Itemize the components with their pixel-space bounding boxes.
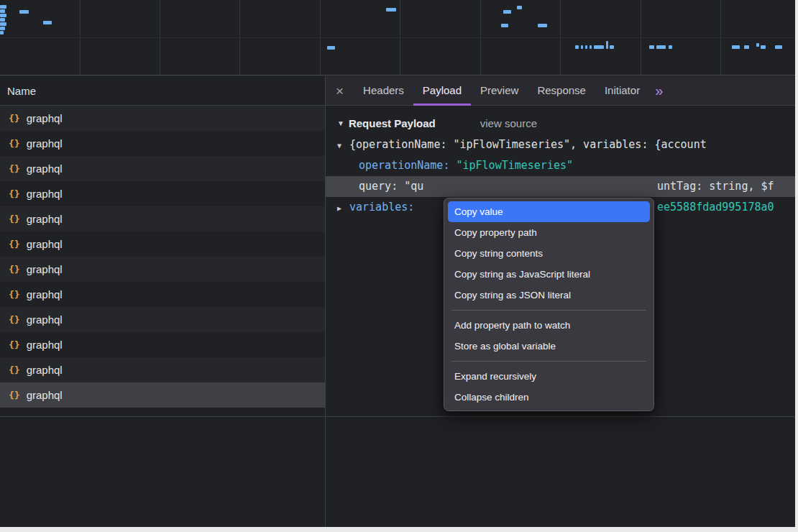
payload-tree-row[interactable]: operationName: "ipFlowTimeseries" bbox=[326, 155, 795, 176]
request-name-label: graphql bbox=[27, 162, 63, 175]
overview-request-bar bbox=[649, 45, 654, 49]
request-row[interactable]: {}graphql bbox=[0, 131, 325, 156]
request-name-label: graphql bbox=[27, 389, 63, 401]
menu-item-collapse-children[interactable]: Collapse children bbox=[448, 387, 650, 408]
tree-text-fragment: untTag: string, $f bbox=[657, 176, 774, 197]
tab-headers[interactable]: Headers bbox=[354, 76, 413, 106]
overview-request-bar bbox=[0, 14, 6, 17]
request-name-label: graphql bbox=[27, 364, 63, 376]
overview-gridline bbox=[400, 0, 400, 75]
overview-request-bar bbox=[19, 10, 29, 14]
tab-preview[interactable]: Preview bbox=[471, 76, 528, 106]
request-row[interactable]: {}graphql bbox=[0, 206, 325, 231]
tab-payload[interactable]: Payload bbox=[413, 76, 471, 106]
request-row[interactable]: {}graphql bbox=[0, 231, 325, 257]
menu-item-copy-string-as-json-literal[interactable]: Copy string as JSON literal bbox=[448, 285, 650, 306]
overview-request-bar bbox=[386, 8, 396, 12]
devtools-window: Name {}graphql{}graphql{}graphql{}graphq… bbox=[0, 0, 795, 527]
request-row[interactable]: {}graphql bbox=[0, 382, 325, 408]
request-payload-header: ▼ Request Payload view source bbox=[337, 117, 795, 129]
overview-request-bar bbox=[575, 45, 579, 49]
json-braces-icon: {} bbox=[9, 163, 20, 174]
view-source-link[interactable]: view source bbox=[480, 117, 537, 129]
tab-initiator[interactable]: Initiator bbox=[595, 76, 649, 106]
triangle-right-icon[interactable]: ▶ bbox=[337, 198, 349, 219]
json-braces-icon: {} bbox=[9, 264, 20, 275]
context-menu: Copy valueCopy property pathCopy string … bbox=[444, 198, 654, 411]
request-row[interactable]: {}graphql bbox=[0, 332, 325, 357]
menu-separator bbox=[451, 361, 646, 362]
menu-item-expand-recursively[interactable]: Expand recursively bbox=[448, 366, 650, 387]
name-column-header[interactable]: Name bbox=[0, 76, 325, 106]
overview-request-bar bbox=[610, 45, 614, 49]
request-name-label: graphql bbox=[27, 213, 63, 225]
tab-response[interactable]: Response bbox=[528, 76, 595, 106]
overview-gridline bbox=[480, 0, 481, 75]
request-name-label: graphql bbox=[27, 263, 63, 275]
tree-text-fragment: ee5588fdad995178a0 bbox=[657, 197, 774, 218]
json-braces-icon: {} bbox=[9, 339, 20, 350]
overview-request-bar bbox=[501, 24, 508, 27]
menu-item-store-as-global-variable[interactable]: Store as global variable bbox=[448, 336, 650, 357]
json-braces-icon: {} bbox=[9, 289, 20, 300]
overview-request-bar bbox=[656, 45, 666, 49]
menu-item-copy-property-path[interactable]: Copy property path bbox=[448, 222, 650, 243]
menu-separator bbox=[451, 310, 646, 311]
overview-request-bar bbox=[0, 31, 4, 35]
overview-request-bar bbox=[0, 5, 6, 9]
request-row[interactable]: {}graphql bbox=[0, 106, 325, 131]
json-braces-icon: {} bbox=[9, 390, 20, 400]
detail-tabs-bar: × HeadersPayloadPreviewResponseInitiator… bbox=[326, 76, 795, 106]
overview-request-bar bbox=[669, 45, 672, 49]
overview-request-bar bbox=[43, 21, 52, 24]
overview-request-bar bbox=[756, 43, 759, 47]
more-tabs-icon[interactable]: » bbox=[655, 83, 663, 98]
menu-item-copy-string-contents[interactable]: Copy string contents bbox=[448, 243, 650, 264]
overview-request-bar bbox=[0, 18, 5, 22]
request-row[interactable]: {}graphql bbox=[0, 181, 325, 206]
tree-text-default: {operationName: "ipFlowTimeseries", vari… bbox=[349, 138, 707, 151]
overview-request-bar bbox=[538, 24, 547, 27]
tree-text-key: variables: bbox=[349, 201, 414, 214]
request-row[interactable]: {}graphql bbox=[0, 282, 325, 307]
overview-request-bar bbox=[594, 45, 604, 49]
menu-item-copy-string-as-javascript-literal[interactable]: Copy string as JavaScript literal bbox=[448, 264, 650, 285]
overview-request-bar bbox=[0, 22, 6, 26]
request-row[interactable]: {}graphql bbox=[0, 307, 325, 332]
overview-request-bar bbox=[581, 45, 583, 49]
tree-text-default: query: "qu bbox=[359, 180, 423, 193]
triangle-down-icon[interactable]: ▼ bbox=[337, 119, 344, 127]
network-overview-timeline[interactable] bbox=[0, 0, 795, 75]
overview-request-bar bbox=[761, 45, 766, 49]
tree-text-string: "ipFlowTimeseries" bbox=[456, 159, 573, 172]
request-row[interactable]: {}graphql bbox=[0, 156, 325, 181]
request-name-label: graphql bbox=[27, 112, 63, 124]
request-name-label: graphql bbox=[27, 188, 63, 200]
overview-midline bbox=[0, 37, 795, 38]
overview-request-bar bbox=[517, 6, 522, 9]
json-braces-icon: {} bbox=[9, 239, 20, 249]
overview-gridline bbox=[80, 0, 81, 75]
overview-request-bar bbox=[590, 45, 592, 49]
overview-gridline bbox=[160, 0, 160, 75]
request-name-label: graphql bbox=[27, 238, 63, 250]
json-braces-icon: {} bbox=[9, 314, 20, 325]
close-icon[interactable]: × bbox=[336, 84, 344, 98]
payload-tree-row[interactable]: ▼{operationName: "ipFlowTimeseries", var… bbox=[326, 134, 795, 155]
name-column-label: Name bbox=[7, 85, 36, 97]
menu-item-add-property-path-to-watch[interactable]: Add property path to watch bbox=[448, 315, 650, 336]
request-row[interactable]: {}graphql bbox=[0, 357, 325, 382]
bottom-divider bbox=[0, 416, 795, 417]
triangle-down-icon[interactable]: ▼ bbox=[337, 135, 349, 156]
request-row[interactable]: {}graphql bbox=[0, 257, 325, 282]
request-name-label: graphql bbox=[27, 288, 63, 301]
payload-tree-row[interactable]: query: "quuntTag: string, $f bbox=[326, 176, 795, 197]
network-main-area: Name {}graphql{}graphql{}graphql{}graphq… bbox=[0, 76, 795, 527]
overview-gridline bbox=[320, 0, 321, 75]
overview-gridline bbox=[720, 0, 721, 75]
overview-gridline bbox=[560, 0, 561, 75]
tree-text-key: operationName: bbox=[359, 159, 456, 172]
menu-item-copy-value[interactable]: Copy value bbox=[448, 201, 650, 222]
overview-request-bar bbox=[0, 27, 5, 30]
request-payload-title[interactable]: Request Payload bbox=[349, 117, 436, 129]
